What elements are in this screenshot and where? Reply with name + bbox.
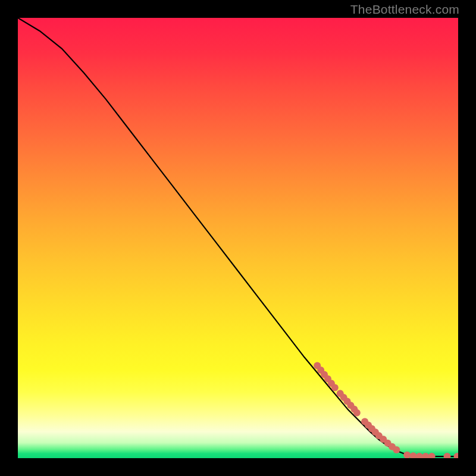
chart-svg [18,18,458,458]
curve-line [18,18,458,456]
data-marker [331,384,339,392]
data-marker [444,453,451,458]
marker-group [314,362,458,458]
watermark-text: TheBottleneck.com [350,2,459,17]
plot-area [18,18,458,458]
data-marker [422,453,429,458]
data-marker [410,452,417,458]
data-marker [428,453,436,458]
data-marker [454,453,458,458]
data-marker [353,409,361,416]
data-marker [403,452,411,458]
data-marker [416,453,423,458]
data-marker [393,446,400,453]
chart-stage: TheBottleneck.com [0,0,476,476]
